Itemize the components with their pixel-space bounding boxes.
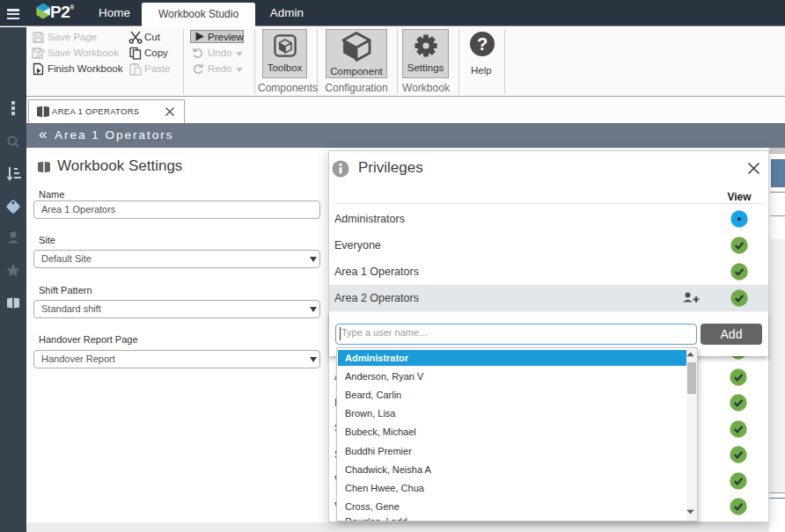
svg-text:?: ? [477,34,488,54]
